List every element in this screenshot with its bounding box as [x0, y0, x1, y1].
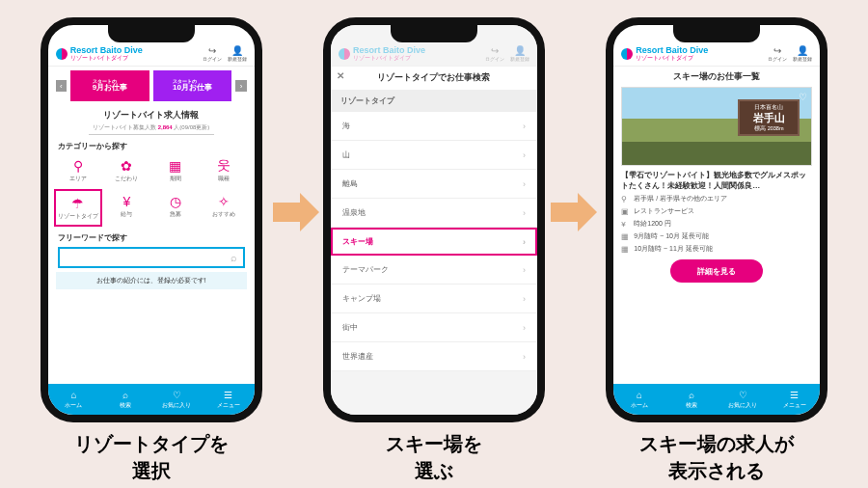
- step-3: Resort Baito Diveリゾートバイトダイブ ↪ログイン👤新規登録 ス…: [591, 17, 842, 484]
- chevron-right-icon: ›: [523, 294, 526, 304]
- pin-icon: ⚲: [621, 195, 630, 203]
- calendar-icon: ▦: [621, 232, 630, 241]
- heart-icon: ♡: [173, 390, 181, 400]
- brand[interactable]: Resort Baito Diveリゾートバイトダイブ: [621, 46, 708, 62]
- filter-city[interactable]: 街中›: [331, 313, 537, 342]
- tab-search[interactable]: ⌕検索: [665, 384, 718, 415]
- chevron-right-icon: ›: [523, 150, 526, 160]
- signup-button[interactable]: 👤新規登録: [793, 46, 812, 62]
- tab-menu[interactable]: ☰メニュー: [769, 384, 821, 415]
- tab-home[interactable]: ⌂ホーム: [48, 384, 100, 415]
- chevron-right-icon: ›: [523, 208, 526, 218]
- filter-modal: ✕ リゾートタイプでお仕事検索 リゾートタイプ 海› 山› 離島› 温泉地› ス…: [331, 67, 537, 371]
- job-title: 【雫石でリゾートバイト】観光地多数でグルメスポットたくさん！未経験歓迎！人間関係…: [621, 170, 812, 191]
- filter-ski[interactable]: スキー場›: [331, 228, 537, 256]
- screen-2: Resort Baito Diveリゾートバイトダイブ ↪ログイン👤新規登録 ✕…: [331, 25, 537, 415]
- tabbar: ⌂ホーム ⌕検索 ♡お気に入り ☰メニュー: [48, 384, 255, 415]
- cat-resort-type[interactable]: ☂リゾートタイプ: [54, 189, 103, 227]
- briefcase-icon: ▣: [621, 207, 630, 216]
- filter-sea[interactable]: 海›: [331, 112, 537, 141]
- search-icon: ⌕: [122, 390, 128, 400]
- chat-icon: ✿: [121, 157, 132, 175]
- cat-salary[interactable]: ¥給与: [102, 189, 151, 227]
- stopwatch-icon: ◷: [170, 193, 181, 210]
- chevron-right-icon: ›: [523, 265, 526, 275]
- cat-kodawari[interactable]: ✿こだわり: [102, 153, 151, 187]
- cat-area[interactable]: ⚲エリア: [54, 153, 103, 187]
- tab-home[interactable]: ⌂ホーム: [613, 384, 665, 415]
- modal-title: ✕ リゾートタイプでお仕事検索: [331, 67, 537, 90]
- screen-1: Resort Baito Dive リゾートバイトダイブ ↪ログイン 👤新規登録…: [48, 25, 255, 415]
- recruit-count: リゾートバイト募集人数 2,864 人(09/08更新): [89, 123, 214, 135]
- calendar-icon: ▦: [621, 245, 630, 254]
- category-heading: カテゴリーから探す: [48, 135, 255, 153]
- close-icon[interactable]: ✕: [337, 70, 344, 81]
- freeword-heading: フリーワードで探す: [48, 227, 255, 245]
- brand[interactable]: Resort Baito Dive リゾートバイトダイブ: [56, 46, 143, 62]
- arrow-2-icon: [550, 193, 598, 231]
- home-icon: ⌂: [70, 390, 76, 400]
- carousel-prev-button[interactable]: ‹: [56, 80, 67, 92]
- user-icon: 👤: [231, 46, 243, 56]
- banner-september[interactable]: スタートの9月お仕事: [70, 70, 149, 101]
- pin-icon: ⚲: [73, 157, 83, 175]
- section-title: リゾートバイト求人情報: [48, 109, 255, 122]
- arrow-1-icon: [272, 193, 320, 231]
- tab-menu[interactable]: ☰メニュー: [203, 384, 255, 415]
- caption-2: スキー場を選ぶ: [386, 430, 482, 484]
- star-icon: ✧: [218, 193, 230, 210]
- yen-icon: ¥: [621, 220, 630, 229]
- signup-button[interactable]: 👤新規登録: [228, 46, 247, 62]
- phone-3: Resort Baito Diveリゾートバイトダイブ ↪ログイン👤新規登録 ス…: [606, 17, 827, 422]
- caption-3: スキー場の求人が表示される: [639, 430, 794, 484]
- yen-icon: ¥: [123, 193, 131, 210]
- phone-2: Resort Baito Diveリゾートバイトダイブ ↪ログイン👤新規登録 ✕…: [323, 17, 545, 422]
- header-actions: ↪ログイン 👤新規登録: [203, 46, 247, 62]
- job-image: 日本百名山 岩手山 標高 2038m ♡: [621, 87, 812, 166]
- register-notice: お仕事の紹介には、登録が必要です!: [56, 272, 247, 289]
- chevron-right-icon: ›: [523, 237, 526, 247]
- filter-themepark[interactable]: テーマパーク›: [331, 256, 537, 285]
- chevron-right-icon: ›: [523, 352, 526, 362]
- filter-island[interactable]: 離島›: [331, 170, 537, 199]
- favorite-icon[interactable]: ♡: [799, 92, 807, 102]
- job-period-2: ▦10月随時 ~ 11月 延長可能: [621, 244, 812, 254]
- filter-camp[interactable]: キャンプ場›: [331, 285, 537, 313]
- job-period-1: ▦9月随時 ~ 10月 延長可能: [621, 231, 812, 241]
- tab-favorite[interactable]: ♡お気に入り: [717, 384, 769, 415]
- brand-sub: リゾートバイトダイブ: [70, 55, 143, 62]
- login-button[interactable]: ↪ログイン: [768, 46, 787, 62]
- cat-jobtype[interactable]: 웃職種: [200, 153, 249, 187]
- group-label: リゾートタイプ: [331, 90, 537, 112]
- cat-period[interactable]: ▦期間: [151, 153, 201, 187]
- filter-onsen[interactable]: 温泉地›: [331, 199, 537, 228]
- chevron-right-icon: ›: [523, 122, 526, 131]
- tab-search[interactable]: ⌕検索: [99, 384, 151, 415]
- tab-favorite[interactable]: ♡お気に入り: [151, 384, 203, 415]
- job-card[interactable]: 日本百名山 岩手山 標高 2038m ♡ 【雫石でリゾートバイト】観光地多数でグ…: [621, 87, 812, 283]
- cat-urgent[interactable]: ◷急募: [151, 189, 201, 227]
- umbrella-icon: ☂: [71, 195, 84, 212]
- detail-button[interactable]: 詳細を見る: [670, 259, 763, 283]
- banner-october[interactable]: スタートの10月お仕事: [153, 70, 232, 101]
- job-role: ▣レストランサービス: [621, 206, 812, 216]
- search-input[interactable]: ⌕: [58, 247, 245, 268]
- cat-recommend[interactable]: ✧おすすめ: [200, 189, 249, 227]
- job-location: ⚲岩手県 / 岩手県その他のエリア: [621, 194, 812, 203]
- login-button[interactable]: ↪ログイン: [203, 46, 222, 62]
- promo-banners: ‹ スタートの9月お仕事 スタートの10月お仕事 ›: [48, 67, 255, 105]
- notch: [673, 25, 760, 42]
- brand-name: Resort Baito Dive: [70, 46, 143, 55]
- chevron-right-icon: ›: [523, 179, 526, 189]
- chevron-right-icon: ›: [523, 323, 526, 333]
- filter-heritage[interactable]: 世界遺産›: [331, 342, 537, 371]
- mountain-sign: 日本百名山 岩手山 標高 2038m: [738, 99, 800, 136]
- person-icon: 웃: [217, 157, 231, 175]
- step-2: Resort Baito Diveリゾートバイトダイブ ↪ログイン👤新規登録 ✕…: [309, 17, 559, 484]
- filter-mountain[interactable]: 山›: [331, 141, 537, 170]
- carousel-next-button[interactable]: ›: [235, 80, 246, 92]
- step-1: Resort Baito Dive リゾートバイトダイブ ↪ログイン 👤新規登録…: [26, 17, 277, 484]
- category-grid: ⚲エリア ✿こだわり ▦期間 웃職種 ☂リゾートタイプ ¥給与 ◷急募 ✧おすす…: [48, 153, 255, 227]
- search-icon: ⌕: [231, 252, 237, 263]
- notch: [391, 25, 477, 42]
